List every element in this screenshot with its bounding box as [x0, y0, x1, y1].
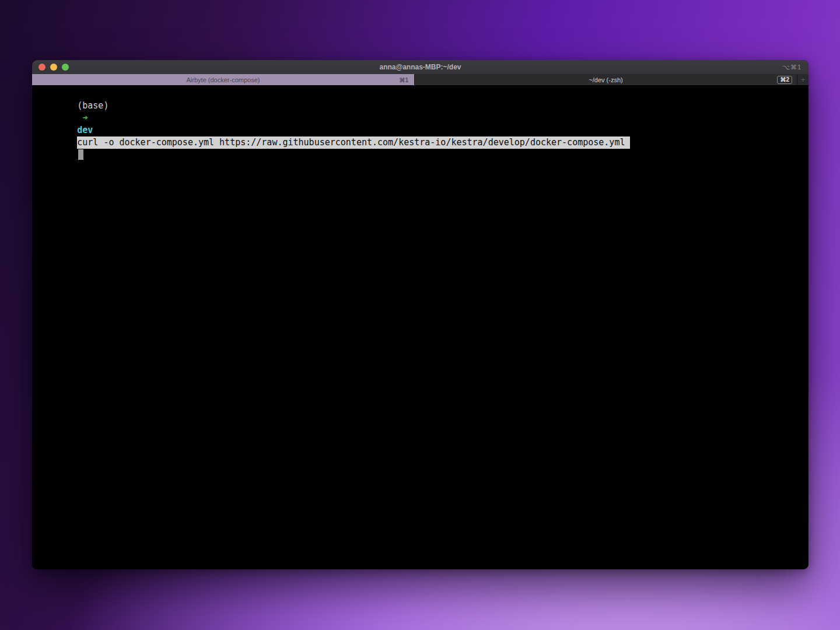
traffic-lights — [32, 64, 69, 71]
minimize-button[interactable] — [50, 64, 57, 71]
window-shortcut-hint: ⌥⌘1 — [782, 64, 802, 71]
prompt-arrow-icon: ➜ — [82, 113, 88, 123]
prompt-venv: (base) — [77, 100, 108, 111]
prompt-directory: dev — [77, 125, 93, 135]
window-title: anna@annas-MBP:~/dev — [32, 63, 808, 71]
tab-shortcut-hint: ⌘2 — [777, 76, 792, 84]
terminal-cursor — [78, 149, 83, 160]
prompt-line: (base) ➜ dev curl -o docker-compose.yml … — [35, 88, 806, 173]
selected-command-text[interactable]: curl -o docker-compose.yml https://raw.g… — [77, 136, 630, 149]
tab-bar: Airbyte (docker-compose) ⌘1 ~/dev (-zsh)… — [32, 74, 808, 85]
tab-shortcut-hint: ⌘1 — [399, 76, 408, 83]
tab-label: ~/dev (-zsh) — [589, 76, 622, 83]
new-tab-button[interactable]: + — [797, 74, 808, 85]
zoom-button[interactable] — [62, 64, 69, 71]
tab-airbyte-docker-compose[interactable]: Airbyte (docker-compose) ⌘1 — [32, 74, 415, 85]
terminal-window: anna@annas-MBP:~/dev ⌥⌘1 Airbyte (docker… — [32, 60, 808, 569]
close-button[interactable] — [38, 64, 46, 71]
desktop-background: anna@annas-MBP:~/dev ⌥⌘1 Airbyte (docker… — [0, 0, 840, 630]
terminal-content[interactable]: (base) ➜ dev curl -o docker-compose.yml … — [32, 85, 808, 569]
tab-label: Airbyte (docker-compose) — [187, 76, 260, 83]
window-titlebar[interactable]: anna@annas-MBP:~/dev ⌥⌘1 — [32, 60, 808, 74]
tab-dev-zsh[interactable]: ~/dev (-zsh) ⌘2 — [415, 74, 797, 85]
